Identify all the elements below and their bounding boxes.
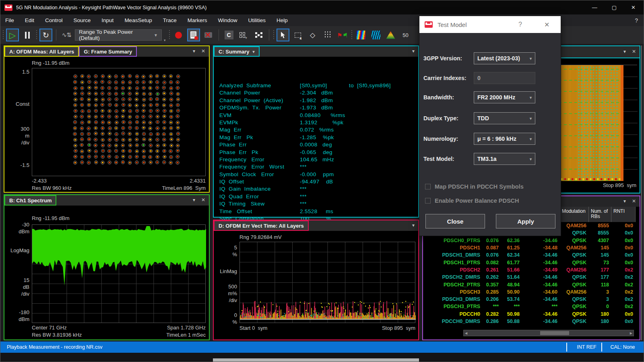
table-cell: 177 bbox=[589, 267, 611, 273]
menu-source[interactable]: Source bbox=[74, 17, 91, 23]
tab-frame-summary[interactable]: G: Frame Summary bbox=[79, 46, 137, 57]
panel-menu-icon[interactable]: ▾ bbox=[193, 197, 195, 202]
scroll-left-icon[interactable]: ◀ bbox=[465, 331, 467, 335]
duplex-type-dropdown[interactable]: TDD▾ bbox=[474, 112, 535, 124]
menu-meassetup[interactable]: MeasSetup bbox=[124, 17, 152, 23]
table-row[interactable]: PDSCH3_DMRS0.20653.74-34.46QPSK30x2 bbox=[424, 296, 636, 303]
zoom-select-button[interactable] bbox=[291, 29, 304, 41]
table-row[interactable]: PDSCH10.08761.25-34.48QAM2561450x0 bbox=[424, 244, 636, 251]
tab-ofdm-meas[interactable]: A: OFDM Meas: All Layers bbox=[4, 46, 79, 57]
spectrum-plot[interactable] bbox=[32, 224, 206, 323]
panel-close-icon[interactable]: ✕ bbox=[632, 199, 636, 204]
panel-menu-icon[interactable]: ▾ bbox=[623, 49, 626, 54]
scroll-right-icon[interactable]: ▶ bbox=[630, 331, 632, 335]
menu-input[interactable]: Input bbox=[101, 17, 114, 23]
constellation-plot[interactable] bbox=[32, 68, 206, 176]
panel-menu-icon[interactable]: ▾ bbox=[623, 199, 626, 204]
window-layout-button[interactable]: ▾ bbox=[237, 29, 250, 41]
taskbar-sliver bbox=[213, 358, 419, 362]
res-bw-readout: Res BW 3.81936 kHz bbox=[32, 332, 82, 338]
checkbox-map-pdsch-in-pdcch-symbols[interactable]: Map PDSCH in PDCCH Symbols bbox=[425, 183, 524, 190]
auto-range-button[interactable]: ∿⇅ bbox=[60, 29, 73, 41]
mimo-setup-button[interactable] bbox=[252, 29, 265, 41]
table-row[interactable]: PDSCH2_DMRS0.26251.64-34.46QPSK1770x2 bbox=[424, 274, 636, 281]
panel-menu-icon[interactable]: ▾ bbox=[193, 49, 195, 53]
menu-trace[interactable]: Trace bbox=[163, 17, 177, 23]
table-row[interactable]: PDCCH00.28250.98-34.46QPSK1800x0 bbox=[424, 311, 636, 318]
band-marker-button[interactable] bbox=[321, 29, 334, 41]
menu-file[interactable]: File bbox=[5, 17, 14, 23]
panel-close-icon[interactable]: ✕ bbox=[201, 49, 205, 53]
toolbar-separator bbox=[269, 29, 269, 41]
copy-button[interactable]: C bbox=[223, 29, 235, 41]
restart-button[interactable]: ↻ bbox=[39, 29, 52, 41]
table-row[interactable]: PDSCH1_PTRS0.08261.77-34.46QPSK730x0 bbox=[424, 259, 636, 266]
x-axis-right: 2.4331 bbox=[167, 178, 206, 184]
close-button[interactable]: Close bbox=[425, 214, 485, 228]
table-row[interactable]: PDSCH2_PTRS0.35748.94-34.46QPSK1180x2 bbox=[424, 281, 636, 288]
table-cell: *** bbox=[501, 304, 522, 309]
panel-close-icon[interactable]: ✕ bbox=[632, 49, 636, 54]
play-button[interactable]: ▷ bbox=[6, 29, 19, 41]
evm-time-plot[interactable] bbox=[239, 242, 415, 323]
tab-summary[interactable]: C: Summary▾ bbox=[214, 46, 260, 57]
average-count-field[interactable]: 50 bbox=[399, 29, 412, 41]
test-model-dropdown[interactable]: TM3.1a▾ bbox=[474, 153, 535, 165]
close-button[interactable]: ✕ bbox=[631, 4, 636, 10]
menu-edit[interactable]: Edit bbox=[25, 17, 34, 23]
table-row[interactable]: PDSCH0_PTRS0.07662.36-34.46QPSK43070x0 bbox=[424, 237, 636, 244]
table-row[interactable]: PDSCH30.28550.90-34.60QAM25630x2 bbox=[424, 288, 636, 296]
numerology-dropdown[interactable]: μ = 6 : 960 kHz▾ bbox=[474, 133, 535, 145]
checkbox-enable-power-balance-pdsch[interactable]: Enable Power Balance PDSCH bbox=[425, 197, 519, 204]
menu-markers[interactable]: Markers bbox=[188, 17, 207, 23]
overflow-chevron-icon[interactable]: ▾ bbox=[164, 38, 166, 42]
bandwidth-dropdown[interactable]: FR2 2000 MHz▾ bbox=[474, 91, 535, 103]
tab-ch1-spectrum[interactable]: B: Ch1 Spectrum bbox=[4, 195, 56, 206]
summary-row: Phase Err0.0008 deg bbox=[219, 142, 416, 149]
menu-help[interactable]: Help bbox=[277, 17, 288, 23]
table-cell: QAM256 bbox=[560, 223, 589, 228]
minimize-button[interactable]: — bbox=[592, 4, 597, 10]
dialog-close-icon[interactable]: ✕ bbox=[544, 21, 549, 29]
help-icon[interactable]: ? bbox=[635, 17, 638, 24]
record-icon bbox=[175, 32, 182, 39]
panel-menu-icon[interactable]: ▾ bbox=[412, 223, 415, 228]
table-cell: QPSK bbox=[560, 238, 589, 243]
pause-button[interactable] bbox=[21, 29, 34, 41]
tab-err-vect-time[interactable]: D: OFDM Err Vect Time: All Layers bbox=[214, 220, 309, 231]
menu-utilities[interactable]: Utilities bbox=[248, 17, 266, 23]
carrier-indexes-input[interactable]: 0 bbox=[474, 72, 535, 84]
panel-close-icon[interactable]: ✕ bbox=[201, 197, 205, 202]
field-label: 3GPP Version: bbox=[423, 55, 473, 62]
table-row[interactable]: PDSCH3_PTRS*********QPSK00x2 bbox=[424, 303, 636, 310]
pointer-tool-button[interactable] bbox=[277, 29, 289, 41]
waterfall-button[interactable] bbox=[369, 29, 382, 41]
scrollbar-thumb[interactable] bbox=[540, 331, 569, 335]
menu-control[interactable]: Control bbox=[45, 17, 63, 23]
dock-splitter[interactable] bbox=[641, 45, 642, 340]
table-cell: QPSK bbox=[560, 260, 589, 265]
table-cell: 50.88 bbox=[501, 319, 522, 324]
maximize-button[interactable]: ▢ bbox=[612, 4, 617, 10]
horizontal-scrollbar[interactable]: ◀ ▶ bbox=[463, 330, 634, 336]
3gpp-version-dropdown[interactable]: Latest (2023-03)▾ bbox=[474, 52, 535, 64]
marker-button[interactable]: ◇ bbox=[306, 29, 319, 41]
playback-recording-button[interactable] bbox=[187, 29, 200, 41]
loop-icon: ↻ bbox=[43, 31, 49, 39]
range-preset-dropdown[interactable]: Range To Peak Power (Default) ▼ bbox=[75, 29, 162, 41]
apply-button[interactable]: Apply bbox=[496, 214, 555, 228]
table-row[interactable]: PDSCH20.26151.66-34.49QAM2561770x2 bbox=[424, 266, 636, 274]
table-cell: 0x0 bbox=[611, 319, 636, 324]
table-row[interactable]: PDSCH1_DMRS0.07662.34-34.46QPSK1450x0 bbox=[424, 251, 636, 259]
record-button[interactable] bbox=[172, 29, 185, 41]
video-disabled-button[interactable] bbox=[202, 29, 215, 41]
dialog-help-button[interactable]: ? bbox=[518, 21, 522, 28]
panel-menu-icon[interactable]: ▾ bbox=[412, 49, 415, 53]
y-axis-scale: m% bbox=[215, 290, 237, 296]
cumulative-trace-button[interactable] bbox=[384, 29, 397, 41]
menu-window[interactable]: Window bbox=[218, 17, 237, 23]
table-row[interactable]: PDCCH0_DMRS0.28650.88-34.46QPSK1800x0 bbox=[424, 318, 636, 325]
flag-markers-button[interactable]: ⚑⚑ bbox=[336, 29, 349, 41]
spectrogram-button[interactable] bbox=[355, 29, 367, 41]
table-cell: 62.36 bbox=[501, 238, 522, 243]
